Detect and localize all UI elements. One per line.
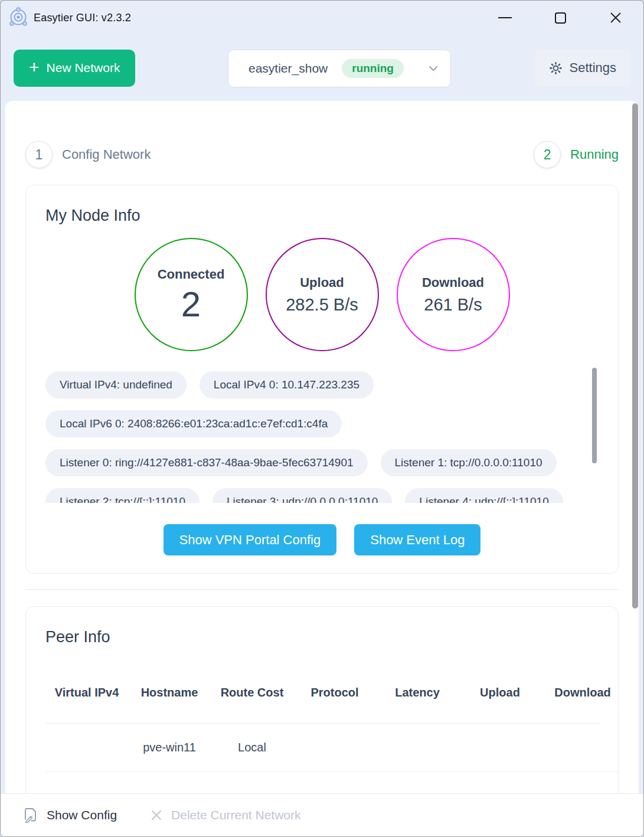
minimize-icon [498,17,512,18]
maximize-button[interactable] [532,1,588,35]
col-virtual-ipv4: Virtual IPv4 [45,683,128,702]
table-row: pve-win11 Local [45,724,619,772]
network-status-badge: running [342,59,404,78]
upload-value: 282.5 B/s [286,295,358,315]
step-config-network: 1 Config Network [25,141,151,168]
node-tags: Virtual IPv4: undefined Local IPv4 0: 10… [45,371,599,503]
window-controls [477,1,643,35]
step1-circle: 1 [25,141,53,168]
show-event-log-button[interactable]: Show Event Log [354,524,480,555]
toolbar: + New Network easytier_show running Sett… [1,35,643,101]
node-info-title: My Node Info [45,207,599,225]
col-protocol: Protocol [293,683,376,702]
show-config-button[interactable]: Show Config [24,807,117,823]
delete-network-label: Delete Current Network [171,808,300,822]
network-select-value: easytier_show [249,61,328,76]
col-latency: Latency [376,683,459,702]
tag-local-ipv4: Local IPv4 0: 10.147.223.235 [200,371,374,398]
download-value: 261 B/s [424,295,482,315]
tag-local-ipv6: Local IPv6 0: 2408:8266:e01:23ca:ad1c:e7… [45,410,342,437]
title-bar: Easytier GUI: v2.3.2 [1,1,643,35]
cell-hostname: pve-win11 [128,741,211,754]
delete-current-network-button[interactable]: Delete Current Network [150,808,300,822]
tags-scrollbar-thumb[interactable] [592,368,597,463]
step1-label: Config Network [62,147,151,162]
node-info-card: My Node Info Connected 2 Upload 282.5 B/… [25,185,619,574]
main-content: 1 Config Network 2 Running My Node Info … [5,101,639,795]
document-edit-icon [24,807,38,823]
col-route-cost: Route Cost [211,683,293,702]
connected-label: Connected [158,267,225,282]
app-logo-icon [8,7,29,28]
download-label: Download [422,275,484,290]
connected-value: 2 [181,287,201,322]
upload-stat-circle: Upload 282.5 B/s [266,238,379,351]
show-vpn-portal-config-button[interactable]: Show VPN Portal Config [164,524,337,555]
col-download: Download [541,683,619,702]
node-actions: Show VPN Portal Config Show Event Log [45,524,599,555]
x-icon [150,809,163,822]
window-title: Easytier GUI: v2.3.2 [34,12,131,24]
minimize-button[interactable] [477,1,532,35]
step-running: 2 Running [534,141,619,168]
main-scrollbar-thumb[interactable] [632,103,638,609]
peer-table: Virtual IPv4 Hostname Route Cost Protoco… [45,662,619,772]
new-network-label: New Network [47,61,120,75]
tag-listener-1: Listener 1: tcp://0.0.0.0:11010 [381,449,557,476]
node-tags-scroll-area[interactable]: Virtual IPv4: undefined Local IPv4 0: 10… [45,364,599,503]
settings-button[interactable]: Settings [535,50,631,87]
peer-info-card: Peer Info Virtual IPv4 Hostname Route Co… [25,606,619,795]
connected-stat-circle: Connected 2 [135,238,248,351]
settings-label: Settings [570,60,617,76]
footer-bar: Show Config Delete Current Network [1,793,643,836]
col-hostname: Hostname [128,683,211,702]
col-upload: Upload [459,683,541,702]
peer-info-title: Peer Info [45,628,599,646]
steps: 1 Config Network 2 Running [25,141,619,168]
step2-circle: 2 [534,141,561,168]
tag-listener-0: Listener 0: ring://4127e881-c837-48aa-9b… [45,449,368,476]
maximize-icon [555,12,566,24]
cell-route-cost: Local [211,741,293,754]
gear-icon [549,61,563,75]
main-scrollbar[interactable] [632,103,638,792]
download-stat-circle: Download 261 B/s [397,238,510,351]
plus-icon: + [29,58,40,76]
network-select[interactable]: easytier_show running [228,50,451,87]
app-window: Easytier GUI: v2.3.2 + New Network easyt… [0,0,644,837]
tag-listener-4: Listener 4: udp://[::]:11010 [405,488,563,503]
close-button[interactable] [588,1,643,35]
upload-label: Upload [300,275,344,290]
show-config-label: Show Config [47,808,117,822]
peer-table-header: Virtual IPv4 Hostname Route Cost Protoco… [45,662,619,723]
tag-listener-2: Listener 2: tcp://[::]:11010 [45,488,200,503]
chevron-down-icon [428,63,439,74]
tag-virtual-ipv4: Virtual IPv4: undefined [45,371,187,398]
node-stats: Connected 2 Upload 282.5 B/s Download 26… [45,238,599,351]
tag-listener-3: Listener 3: udp://0.0.0.0:11010 [213,488,392,503]
close-icon [609,11,623,25]
new-network-button[interactable]: + New Network [14,50,135,87]
section-divider [25,589,619,590]
step2-label: Running [570,147,619,162]
